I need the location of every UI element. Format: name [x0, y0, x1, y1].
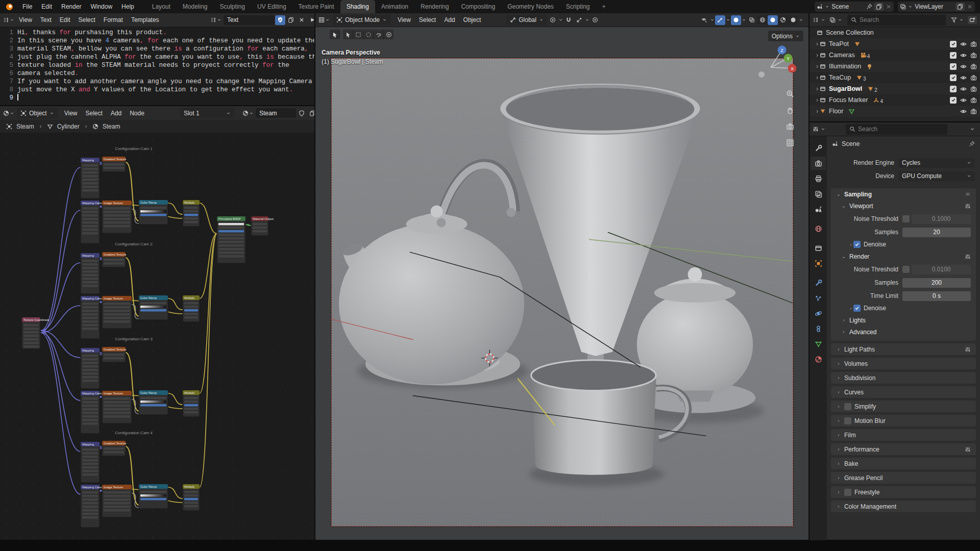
- value-field[interactable]: 200: [902, 278, 971, 288]
- exclude-checkbox[interactable]: [950, 86, 957, 92]
- divider-outliner-properties[interactable]: [810, 121, 980, 122]
- expand-icon[interactable]: ›: [815, 85, 820, 92]
- divider-text-shader[interactable]: [0, 105, 314, 106]
- ortho-grid-button[interactable]: [786, 139, 794, 147]
- properties-tab-constraints[interactable]: [811, 322, 826, 335]
- new-scene-button[interactable]: [874, 3, 884, 11]
- denoise-checkbox[interactable]: [853, 241, 861, 248]
- workspace-tab-scripting[interactable]: Scripting: [560, 0, 596, 13]
- shader-node-image-texture-2[interactable]: Image Texture: [102, 296, 132, 329]
- active-tool-button[interactable]: [330, 30, 340, 39]
- shader-node-multiply-3[interactable]: Multiply: [183, 390, 200, 417]
- properties-tab-output[interactable]: [811, 172, 826, 185]
- viewport-menu-object[interactable]: Object: [459, 13, 485, 27]
- hide-eye-toggle[interactable]: [960, 74, 967, 81]
- workspace-tab-sculpting[interactable]: Sculpting: [214, 0, 251, 13]
- add-workspace-button[interactable]: +: [596, 0, 612, 13]
- pin-icon[interactable]: [969, 141, 975, 147]
- shader-menu-view[interactable]: View: [60, 106, 82, 120]
- panel-freestyle[interactable]: ›Freestyle: [831, 486, 976, 498]
- panel-bake[interactable]: ›Bake: [831, 458, 976, 469]
- expand-icon[interactable]: ›: [815, 63, 820, 70]
- text-menu-edit[interactable]: Edit: [56, 13, 75, 27]
- shader-node-color-ramp-2[interactable]: Color Ramp: [139, 295, 168, 320]
- viewport-3d[interactable]: Object Mode ViewSelectAddObject Global: [315, 13, 808, 540]
- hide-eye-toggle[interactable]: [960, 63, 967, 70]
- workspace-tab-texture-paint[interactable]: Texture Paint: [292, 0, 340, 13]
- overlays-toggle-button[interactable]: [731, 15, 741, 25]
- pivot-point-button[interactable]: [548, 15, 558, 25]
- shader-type-dropdown[interactable]: Object: [17, 108, 58, 118]
- panel-subdivision[interactable]: ›Subdivision: [831, 372, 976, 384]
- expand-icon[interactable]: ›: [815, 108, 820, 115]
- menu-file[interactable]: File: [18, 0, 37, 13]
- shader-node-image-texture-3[interactable]: Image Texture: [102, 391, 132, 423]
- shader-node-principled-bsdf[interactable]: Principled BSDF: [217, 216, 246, 263]
- workspace-tab-geometry-nodes[interactable]: Geometry Nodes: [501, 0, 560, 13]
- shader-node-gradient-texture-1[interactable]: Gradient Texture: [102, 157, 127, 172]
- shader-node-multiply-4[interactable]: Multiply: [183, 484, 200, 511]
- shader-node-mapping-1[interactable]: Mapping: [81, 158, 100, 198]
- fake-user-shield-button[interactable]: [275, 15, 285, 25]
- properties-options-icon[interactable]: [970, 126, 975, 132]
- shader-node-multiply-1[interactable]: Multiply: [183, 200, 200, 227]
- zoom-button[interactable]: [786, 90, 794, 98]
- render-visibility-toggle[interactable]: [970, 63, 977, 70]
- outliner-viewlayer-icon[interactable]: [829, 17, 836, 23]
- subpanel-lights[interactable]: ›Lights: [831, 314, 976, 326]
- viewport-menu-view[interactable]: View: [394, 13, 415, 27]
- pin-icon[interactable]: [866, 4, 872, 10]
- enable-checkbox[interactable]: [902, 266, 910, 273]
- outliner-row-teacup[interactable]: ›TeaCup3: [810, 72, 980, 83]
- breadcrumb-object[interactable]: Steam: [16, 123, 34, 130]
- shader-node-mapping-3[interactable]: Mapping: [81, 348, 100, 389]
- properties-tab-modifiers[interactable]: [811, 276, 826, 289]
- properties-tab-world[interactable]: [811, 222, 826, 235]
- new-collection-button[interactable]: [968, 16, 977, 24]
- expand-icon[interactable]: ›: [815, 96, 820, 104]
- outliner-display-mode-icon[interactable]: [813, 17, 819, 23]
- viewport-subpanel-header[interactable]: ⌄Viewport: [831, 200, 976, 212]
- breadcrumb-mesh[interactable]: Cylinder: [57, 123, 80, 130]
- shading-rendered-button[interactable]: [788, 15, 798, 25]
- panel-color-management[interactable]: ›Color Management: [831, 500, 976, 512]
- viewport-menu-add[interactable]: Add: [440, 13, 459, 27]
- render-visibility-toggle[interactable]: [970, 97, 977, 104]
- outliner-row-illumination[interactable]: ›Illumination: [810, 61, 980, 72]
- shader-node-color-ramp-3[interactable]: Color Ramp: [139, 390, 168, 415]
- cursor-tool-button[interactable]: [384, 30, 394, 39]
- viewport-denoise-row[interactable]: ›Denoise: [848, 239, 971, 249]
- menu-render[interactable]: Render: [57, 0, 86, 13]
- shader-node-image-texture-4[interactable]: Image Texture: [102, 485, 132, 517]
- mode-dropdown[interactable]: Object Mode: [333, 15, 390, 26]
- workspace-tab-compositing[interactable]: Compositing: [455, 0, 501, 13]
- navigation-gizmo[interactable]: Z Y X: [756, 43, 796, 83]
- panel-grease-pencil[interactable]: ›Grease Pencil: [831, 472, 976, 484]
- shader-node-gradient-texture-2[interactable]: Gradient Texture: [102, 252, 127, 267]
- divider-left-viewport[interactable]: [314, 13, 315, 540]
- snap-target-button[interactable]: [574, 15, 584, 25]
- properties-tab-tool[interactable]: [811, 141, 826, 155]
- snap-toggle-button[interactable]: [564, 15, 574, 25]
- shader-node-material-output[interactable]: Material Output: [251, 216, 274, 236]
- exclude-checkbox[interactable]: [950, 52, 957, 59]
- text-editor-type-icon[interactable]: [3, 17, 9, 23]
- material-fake-user-button[interactable]: [297, 108, 307, 118]
- breadcrumb-material[interactable]: Steam: [103, 123, 120, 130]
- menu-edit[interactable]: Edit: [37, 0, 57, 13]
- value-field[interactable]: 0.1000: [912, 214, 971, 224]
- shading-wireframe-button[interactable]: [757, 15, 768, 25]
- render-engine-dropdown[interactable]: Cycles: [898, 158, 975, 168]
- shader-editor-type-icon[interactable]: [3, 110, 9, 116]
- hide-eye-toggle[interactable]: [960, 97, 967, 104]
- exclude-checkbox[interactable]: [950, 97, 957, 104]
- enable-checkbox[interactable]: [902, 215, 910, 222]
- text-datablock-icon[interactable]: [210, 17, 216, 23]
- shader-node-color-ramp-4[interactable]: Color Ramp: [139, 484, 168, 509]
- remove-viewlayer-icon[interactable]: [967, 4, 973, 10]
- menu-help[interactable]: Help: [117, 0, 139, 13]
- panel-light-paths[interactable]: ›Light Paths: [831, 343, 976, 355]
- viewport-editor-type-icon[interactable]: [318, 17, 325, 23]
- shader-node-mapping-2[interactable]: Mapping: [81, 253, 100, 294]
- viewlayer-selector[interactable]: ViewLayer: [898, 2, 975, 12]
